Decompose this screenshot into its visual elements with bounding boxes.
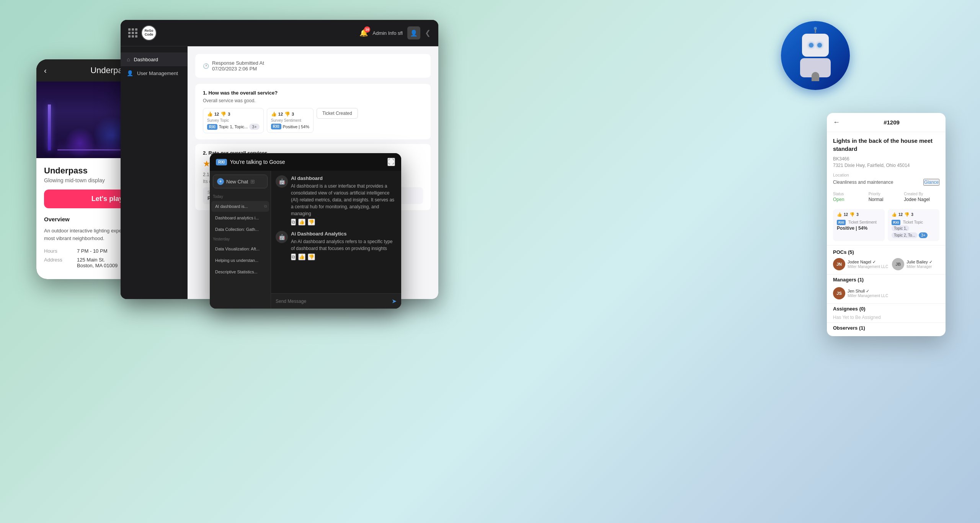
chat-history-text-1: Dashboard analytics i...	[215, 216, 265, 220]
created-by-value: Jodee Nagel	[904, 197, 939, 202]
tsc-thumb-down-count-topic: 3	[911, 212, 913, 217]
ticket-topic-label-row: RXI Ticket Topic	[892, 220, 936, 224]
admin-sidebar: ⌂ Dashboard 👤 User Management	[121, 46, 188, 299]
copy-message-button[interactable]: ⧉	[291, 219, 296, 226]
chat-history-item-4[interactable]: Helping us understan...	[211, 255, 269, 266]
mobile-back-button[interactable]: ‹	[44, 66, 47, 75]
poc-list: JN Jodee Nagel ✓ Miller Management LLC J…	[833, 258, 939, 270]
admin-logo: ReSoCode	[141, 25, 157, 41]
topic-chip-0: Topic 1,	[892, 226, 909, 231]
survey-topic-chip: 👍 12 👎 3 Survey Topic RXI Topic 1, Topic…	[203, 108, 264, 133]
robot-head	[802, 34, 829, 57]
chat-header: RXI You're talking to Goose ⛶	[210, 153, 401, 171]
chat-history-text-0: AI dashboard is...	[215, 204, 265, 209]
tsc-header-sentiment: 👍 12 👎 3	[837, 212, 881, 219]
ai-robot	[781, 21, 850, 90]
sidebar-item-user-management[interactable]: 👤 User Management	[121, 66, 187, 80]
poc-name-0: Jodee Nagel ✓	[848, 260, 888, 265]
robot-eye-left	[809, 43, 813, 47]
question-1-title: 1. How was the overall service?	[203, 90, 423, 96]
submitted-value: 07/20/2023 2:06 PM	[212, 66, 257, 72]
survey-topic-value: Topic 1, Topic...	[219, 124, 248, 129]
bridge-pillar-left	[48, 105, 51, 150]
chat-history-item-0[interactable]: AI dashboard is... ⧉	[211, 201, 269, 212]
sidebar-item-dashboard-label: Dashboard	[134, 57, 158, 62]
robot-circle	[781, 21, 850, 90]
ticket-sentiment-card-label: Ticket Sentiment	[848, 220, 877, 224]
ticket-created-button[interactable]: Ticket Created	[317, 108, 358, 119]
chat-msg-text-0: AI dashboard is a user interface that pr…	[291, 183, 397, 217]
manager-name: Jen Shull ✓	[848, 289, 888, 294]
collapse-button[interactable]: ❮	[425, 29, 431, 37]
thumb-up-button-1[interactable]: 👍	[298, 253, 305, 260]
poc-avatar-0: JN	[833, 258, 845, 270]
survey-sentiment-label: Survey Sentiment	[271, 118, 309, 123]
copy-message-button-1[interactable]: ⧉	[291, 253, 296, 260]
ticket-id: #1209	[844, 119, 939, 126]
grid-menu-icon[interactable]	[128, 28, 137, 38]
chat-msg-title-0: AI dashboard	[291, 175, 397, 181]
survey-sentiment-value: Positive | 54%	[283, 124, 310, 129]
chat-send-button[interactable]: ➤	[392, 297, 397, 305]
glance-button[interactable]: Glance	[923, 179, 939, 186]
chat-msg-content-0: AI dashboard AI dashboard is a user inte…	[291, 175, 397, 226]
assignees-empty: Has Yet to Be Assigned	[833, 315, 939, 320]
hours-value: 7 PM - 10 PM	[77, 248, 107, 254]
chat-history-item-1[interactable]: Dashboard analytics i...	[211, 212, 269, 223]
rxi-badge: RXI	[207, 124, 217, 130]
submitted-label: Response Submitted At	[212, 60, 264, 66]
ticket-priority-col: Priority Normal	[869, 192, 904, 202]
ticket-sentiment-label: RXI Ticket Sentiment	[837, 220, 881, 224]
ticket-address-value: 7321 Dixie Hwy, Fairfield, Ohio 45014	[833, 163, 910, 168]
yesterday-label: Yesterday	[210, 235, 271, 244]
priority-value: Normal	[869, 197, 904, 202]
notification-button[interactable]: 🔔 16	[359, 29, 368, 37]
chat-history-item-5[interactable]: Descriptive Statistics...	[211, 266, 269, 277]
chat-msg-content-1: Ai Dashboard Analytics An AI dashboard a…	[291, 231, 397, 260]
chat-avatar-1: 🤖	[276, 231, 288, 243]
thumbs-row-2: 👍 12 👎 3	[271, 111, 294, 117]
copy-icon: ⧉	[264, 204, 267, 209]
pocs-title: POCs (5)	[833, 249, 939, 255]
chat-main: 🤖 AI dashboard AI dashboard is a user in…	[271, 171, 401, 309]
tsc-rxi-badge: RXI	[837, 220, 846, 225]
chat-history-text-3: Data Visualization: Aft...	[215, 247, 265, 251]
chat-header-left: RXI You're talking to Goose	[216, 159, 285, 165]
tsc-thumbs-topic: 👍 12 👎 3	[892, 212, 913, 217]
address-label: Address	[44, 257, 71, 268]
ticket-topics-row: Topic 1, Topic 2, To... 3+	[892, 226, 936, 238]
topic-more-chip: 3+	[919, 232, 928, 238]
ticket-back-button[interactable]: ←	[833, 118, 840, 126]
survey-question-1-block: 1. How was the overall service? Overall …	[195, 84, 431, 139]
chat-msg-title-1: Ai Dashboard Analytics	[291, 231, 397, 237]
chat-history-item-3[interactable]: Data Visualization: Aft...	[211, 244, 269, 254]
sidebar-item-dashboard[interactable]: ⌂ Dashboard	[121, 52, 187, 66]
thumb-up-icon-2: 👍	[271, 111, 277, 117]
new-chat-button[interactable]: + New Chat ⊞	[213, 175, 268, 188]
ticket-assignees-section: Assignees (0) Has Yet to Be Assigned	[827, 303, 946, 322]
chat-input-row: ➤	[271, 293, 401, 309]
poc-info-0: Jodee Nagel ✓ Miller Management LLC	[848, 260, 888, 269]
thumb-down-button[interactable]: 👎	[308, 219, 315, 226]
poc-name-1: Julie Bailey ✓	[906, 260, 933, 265]
admin-user-icon[interactable]: 👤	[407, 26, 420, 39]
chat-input[interactable]	[276, 299, 389, 304]
chat-history-text-2: Data Collection: Gath...	[215, 227, 265, 232]
ticket-address-code: BK3466	[833, 156, 849, 162]
ticket-pocs-section: POCs (5) JN Jodee Nagel ✓ Miller Managem…	[827, 245, 946, 274]
survey-topic-label: Survey Topic	[207, 118, 260, 123]
chat-layout-icon[interactable]: ⊞	[250, 178, 255, 185]
survey-topic-value-row: RXI Topic 1, Topic... 3+	[207, 124, 260, 130]
chat-history-item-2[interactable]: Data Collection: Gath...	[211, 224, 269, 235]
survey-sentiment-chip: 👍 12 👎 3 Survey Sentiment RXI Positive |…	[267, 108, 314, 133]
thumb-down-button-1[interactable]: 👎	[308, 253, 315, 260]
thumb-down-icon: 👎	[220, 111, 226, 117]
rxi-badge-2: RXI	[271, 124, 281, 129]
poc-item-1: JB Julie Bailey ✓ Miller Manager	[892, 258, 933, 270]
chat-expand-button[interactable]: ⛶	[387, 158, 395, 166]
survey-sentiment-value-row: RXI Positive | 54%	[271, 124, 309, 129]
thumb-up-button[interactable]: 👍	[298, 219, 305, 226]
thumbs-row-1: 👍 12 👎 3	[207, 111, 230, 117]
tsc-rxi-badge-topic: RXI	[892, 220, 900, 225]
thumb-up-count-2: 12	[278, 112, 283, 116]
